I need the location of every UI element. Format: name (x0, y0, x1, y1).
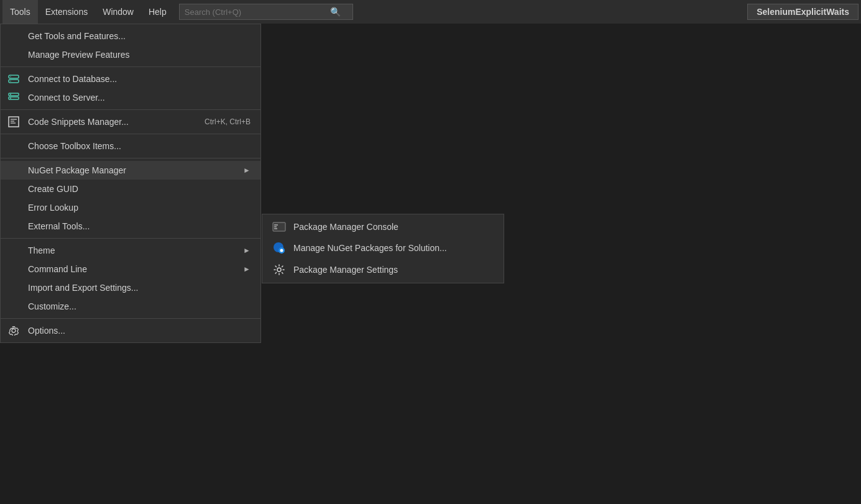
gear-icon (7, 326, 21, 336)
menu-help[interactable]: Help (141, 0, 174, 24)
nuget-submenu: Package Manager Console Manage NuGet Pac… (262, 214, 504, 283)
divider-5 (1, 238, 260, 239)
menu-item-choose-toolbox[interactable]: Choose Toolbox Items... (1, 137, 260, 155)
menu-item-code-snippets[interactable]: Code Snippets Manager... Ctrl+K, Ctrl+B (1, 112, 260, 131)
search-input[interactable] (185, 7, 328, 17)
submenu-arrow-theme: ► (243, 246, 251, 255)
svg-point-18 (280, 249, 283, 252)
menu-item-nuget[interactable]: NuGet Package Manager ► (1, 161, 260, 180)
submenu-arrow-command-line: ► (243, 265, 251, 273)
tools-dropdown-menu: Get Tools and Features... Manage Preview… (0, 24, 261, 343)
menu-item-create-guid[interactable]: Create GUID (1, 180, 260, 198)
divider-2 (1, 109, 260, 110)
divider-4 (1, 158, 260, 158)
search-icon[interactable]: 🔍 (330, 7, 341, 17)
menu-item-connect-server[interactable]: Connect to Server... (1, 88, 260, 107)
menu-item-manage-preview[interactable]: Manage Preview Features (1, 45, 260, 64)
menu-item-get-tools[interactable]: Get Tools and Features... (1, 27, 260, 45)
submenu-item-manage-nuget[interactable]: Manage NuGet Packages for Solution... (262, 237, 504, 259)
menu-bar: Tools Extensions Window Help 🔍 SeleniumE… (0, 0, 861, 24)
search-box[interactable]: 🔍 (179, 4, 353, 20)
database-icon (7, 73, 21, 85)
snippets-icon (7, 116, 21, 127)
menu-tools[interactable]: Tools (2, 0, 38, 24)
submenu-item-pkg-console[interactable]: Package Manager Console (262, 217, 504, 237)
submenu-item-pkg-settings[interactable]: Package Manager Settings (262, 259, 504, 280)
title-badge[interactable]: SeleniumExplicitWaits (747, 4, 859, 20)
submenu-arrow-nuget: ► (243, 166, 251, 175)
menu-item-theme[interactable]: Theme ► (1, 241, 260, 260)
svg-point-19 (277, 268, 281, 272)
menu-item-options[interactable]: Options... (1, 321, 260, 340)
menu-item-command-line[interactable]: Command Line ► (1, 260, 260, 278)
server-icon (7, 93, 21, 103)
menu-item-customize[interactable]: Customize... (1, 297, 260, 316)
settings-gear-icon (272, 264, 286, 275)
nuget-icon (272, 242, 286, 254)
menu-extensions[interactable]: Extensions (38, 0, 95, 24)
divider-1 (1, 66, 260, 67)
menu-item-external-tools[interactable]: External Tools... (1, 217, 260, 236)
menu-item-error-lookup[interactable]: Error Lookup (1, 198, 260, 217)
menu-window[interactable]: Window (95, 0, 141, 24)
menu-item-import-export[interactable]: Import and Export Settings... (1, 278, 260, 297)
console-icon (272, 222, 286, 232)
svg-rect-8 (9, 117, 19, 127)
menu-item-connect-db[interactable]: Connect to Database... (1, 70, 260, 88)
divider-6 (1, 318, 260, 319)
divider-3 (1, 134, 260, 134)
